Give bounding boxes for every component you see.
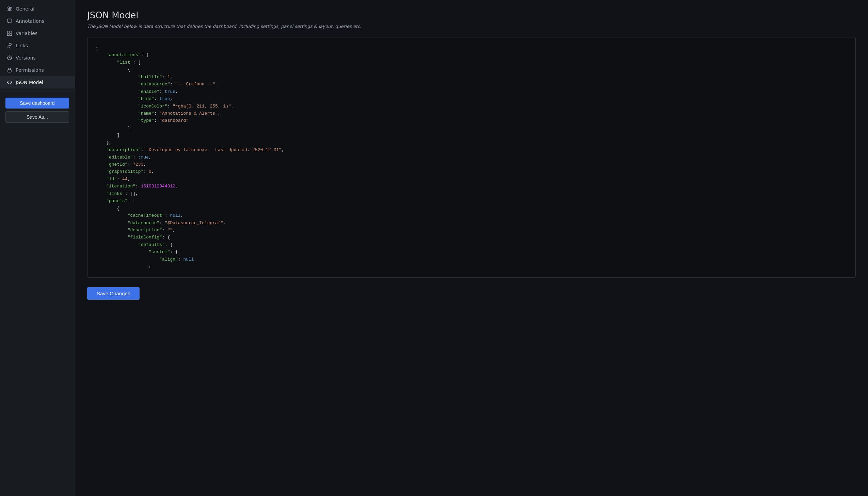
sidebar-item-label: JSON Model <box>16 80 43 85</box>
sidebar-divider <box>0 91 75 92</box>
save-changes-button[interactable]: Save Changes <box>87 287 140 300</box>
save-dashboard-button[interactable]: Save dashboard <box>5 98 69 109</box>
sidebar: General Annotations Variables <box>0 0 75 496</box>
sidebar-item-general[interactable]: General <box>0 3 75 15</box>
sidebar-item-json-model[interactable]: JSON Model <box>0 76 75 89</box>
sidebar-item-variables[interactable]: Variables <box>0 27 75 40</box>
sliders-icon <box>7 6 12 12</box>
code-icon <box>7 80 12 85</box>
svg-rect-10 <box>10 34 12 36</box>
clock-icon <box>7 55 12 61</box>
sidebar-item-label: Annotations <box>16 18 44 24</box>
svg-point-4 <box>10 8 11 10</box>
sidebar-item-label: Versions <box>16 55 36 61</box>
sidebar-item-versions[interactable]: Versions <box>0 52 75 64</box>
sidebar-buttons: Save dashboard Save As... <box>0 94 75 126</box>
svg-rect-7 <box>7 31 10 33</box>
save-as-button[interactable]: Save As... <box>5 111 69 123</box>
comment-icon <box>7 18 12 24</box>
sidebar-item-permissions[interactable]: Permissions <box>0 64 75 76</box>
main-content: JSON Model The JSON Model below is data … <box>75 0 868 496</box>
sidebar-item-label: Variables <box>16 31 37 36</box>
svg-point-3 <box>8 7 9 8</box>
svg-point-5 <box>8 10 10 11</box>
sidebar-item-annotations[interactable]: Annotations <box>0 15 75 27</box>
page-description: The JSON Model below is data structure t… <box>87 24 856 29</box>
svg-rect-8 <box>10 31 12 33</box>
link-icon <box>7 43 12 48</box>
grid-icon <box>7 31 12 36</box>
svg-rect-12 <box>8 70 11 72</box>
sidebar-item-links[interactable]: Links <box>0 40 75 52</box>
sidebar-item-label: Permissions <box>16 67 44 73</box>
lock-icon <box>7 67 12 73</box>
sidebar-item-label: General <box>16 6 34 12</box>
svg-rect-6 <box>7 19 12 22</box>
svg-rect-9 <box>7 34 10 36</box>
sidebar-item-label: Links <box>16 43 28 48</box>
page-title: JSON Model <box>87 10 856 20</box>
json-editor[interactable]: { "annotations": { "list": [ { "builtIn"… <box>87 37 856 278</box>
